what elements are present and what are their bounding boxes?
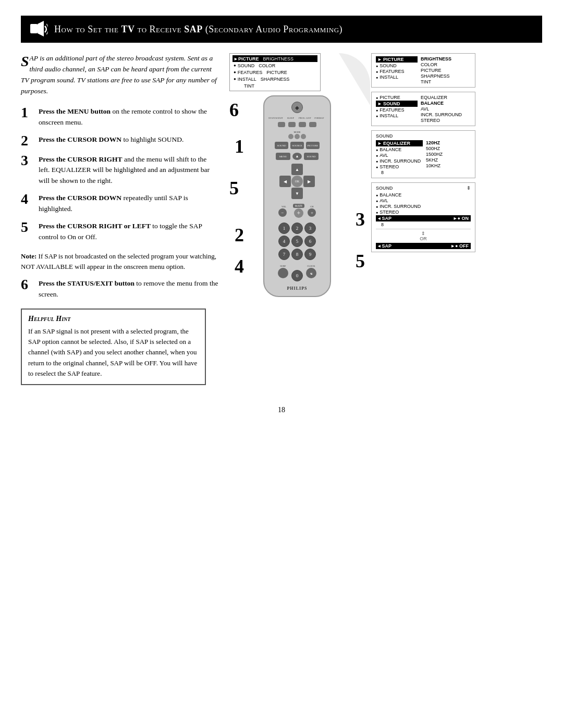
panel1-sharpness: SHARPNESS — [421, 73, 462, 79]
page-title: How to Set the TV to Receive SAP (Second… — [54, 24, 342, 35]
nav-cross: ▲ ◀ OK ▶ ▼ — [279, 164, 315, 199]
numpad: 1 2 3 4 5 6 7 8 9 — [278, 223, 316, 260]
panel-1: ►PICTURE ●SOUND ●FEATURES ●INSTALL BRIGH… — [371, 53, 475, 88]
power-button[interactable]: ◆ — [291, 102, 303, 113]
ok-button[interactable]: OK — [291, 176, 303, 187]
or-divider: ⇕OR — [376, 229, 471, 241]
main-content: SAP is an additional part of the stereo … — [21, 53, 542, 385]
spacer — [288, 208, 290, 217]
sleep-button[interactable] — [288, 122, 296, 127]
mode-group: MODE — [288, 131, 306, 139]
num-2-button[interactable]: 2 — [291, 223, 303, 234]
panel2-balance: BALANCE — [421, 101, 462, 106]
remote-control: ◆ STATUS/EXIT SLEEP PROG. LIST FORMAT — [263, 95, 331, 297]
step-1: 1 Press the MENU button on the remote co… — [21, 106, 219, 128]
clock-button[interactable]: ☯ — [306, 268, 316, 278]
vol-group: VOL − — [278, 205, 290, 217]
svg-marker-1 — [38, 21, 44, 36]
num-5-button[interactable]: 5 — [291, 236, 303, 247]
panel1-picture: PICTURE — [421, 68, 462, 73]
step-2-number: 2 — [21, 133, 33, 148]
panel2-sound-hl: ►SOUND — [376, 101, 418, 107]
num-6-button[interactable]: 6 — [304, 236, 316, 247]
up-button[interactable]: ▲ — [292, 153, 302, 160]
left-column: SAP is an additional part of the stereo … — [21, 53, 219, 385]
num-7-button[interactable]: 7 — [278, 249, 290, 260]
menu1-row-picture: ► PICTURE BRIGHTNESS — [232, 55, 317, 62]
surf-button[interactable] — [278, 268, 288, 278]
panel4-balance: ●BALANCE — [376, 192, 471, 198]
step-overlay-3: 3 — [356, 210, 365, 229]
step-1-number: 1 — [21, 105, 33, 120]
source-button[interactable]: SOURCE — [290, 142, 304, 149]
panel1-brightness: BRIGHTNESS — [421, 56, 462, 61]
panel-4: SOUND⇕ ●BALANCE ●AVL ●INCR. SURROUND ●ST… — [371, 182, 475, 252]
panel1-tint: TINT — [421, 79, 462, 84]
format-button[interactable] — [309, 122, 316, 127]
hint-body: If an SAP signal is not present with a s… — [28, 326, 199, 379]
bottom-buttons: SURF 0 CLOCK ☯ — [278, 265, 316, 281]
step-overlay-6: 6 — [229, 101, 239, 119]
panel4-8: 8 — [381, 222, 471, 227]
panel3-120hz: 120HZ — [426, 140, 457, 145]
panel3-balance: ●BALANCE — [376, 147, 423, 152]
panel4-stereo: ●STEREO — [376, 209, 471, 215]
num-1-button[interactable]: 1 — [278, 223, 290, 234]
picture-button[interactable]: PICTURE — [306, 142, 320, 149]
menu1-row-features: ●FEATURESPICTURE — [232, 69, 317, 76]
right-panels: ►PICTURE ●SOUND ●FEATURES ●INSTALL BRIGH… — [371, 53, 475, 252]
cursor-right-button[interactable]: ▶ — [303, 176, 315, 187]
panel4-sap-on-hl: ◂ SAP►● ON — [376, 215, 471, 221]
svg-rect-0 — [30, 24, 38, 33]
panel1-right: BRIGHTNESS COLOR PICTURE SHARPNESS TINT — [421, 56, 462, 84]
panel4-incr-surround: ●INCR. SURROUND — [376, 204, 471, 209]
num-8-button[interactable]: 8 — [291, 249, 303, 260]
step-3: 3 Press the CURSOR RIGHT and the menu wi… — [21, 154, 219, 187]
source-row: SOUND SOURCE PICTURE — [275, 142, 320, 149]
step-1-text: Press the MENU button on the remote cont… — [39, 106, 219, 128]
panel2-picture: ●PICTURE — [376, 95, 418, 100]
cursor-up-button[interactable]: ▲ — [291, 164, 303, 175]
num-9-button[interactable]: 9 — [304, 249, 316, 260]
menu1-row-install: ●INSTALLSHARPNESS — [232, 76, 317, 82]
panel2-features: ●FEATURES — [376, 107, 418, 113]
panel3-header: SOUND — [376, 133, 471, 139]
sound-btn2[interactable]: SOUND — [304, 153, 319, 160]
num-0-button[interactable]: 0 — [291, 270, 303, 281]
vol-down-button[interactable]: − — [278, 208, 287, 217]
note: Note: If SAP is not broadcasted on the s… — [21, 251, 219, 272]
helpful-hint-box: Helpful Hint If an SAP signal is not pre… — [21, 309, 206, 385]
step-4-number: 4 — [21, 192, 33, 206]
num-3-button[interactable]: 3 — [304, 223, 316, 234]
menu-row: MENU ▲ SOUND — [276, 153, 319, 160]
cursor-down-button[interactable]: ▼ — [291, 188, 303, 199]
sound-button[interactable]: SOUND — [275, 142, 288, 149]
step-4: 4 Press the CURSOR DOWN repeatedly until… — [21, 193, 219, 215]
cursor-left-button[interactable]: ◀ — [279, 176, 291, 187]
panel3-1500hz: 1500HZ — [426, 152, 457, 157]
panel1-sound: ●SOUND — [376, 63, 418, 68]
num-4-button[interactable]: 4 — [278, 236, 290, 247]
panel3-stereo: ●STEREO — [376, 164, 423, 169]
mute-button[interactable]: MATE — [293, 204, 305, 208]
panel3-right: 120HZ 500HZ 1500HZ 5KHZ 10KHZ — [426, 140, 457, 175]
panel3-incr-surround: ●INCR. SURROUND — [376, 158, 423, 164]
tv-button[interactable] — [295, 134, 300, 139]
step-2-text: Press the CURSOR DOWN to highlight SOUND… — [39, 134, 183, 145]
panel2-equalizer: EQUALIZER — [421, 95, 462, 100]
step-overlay-4: 4 — [235, 257, 244, 276]
plus-button[interactable]: + — [294, 208, 303, 218]
proglist-button[interactable] — [299, 122, 306, 127]
page-number: 18 — [21, 406, 542, 414]
menu1-arrow-icon: ► — [234, 56, 238, 61]
status-exit-button[interactable] — [278, 122, 285, 127]
step-overlay-1: 1 — [235, 137, 244, 156]
center-area: ► PICTURE BRIGHTNESS ●SOUNDCOLOR ●FEATUR… — [229, 53, 365, 297]
menu-button[interactable]: MENU — [276, 153, 290, 160]
aux-button[interactable] — [301, 134, 306, 139]
step-6: 6 Press the STATUS/EXIT button to remove… — [21, 278, 219, 300]
mute-mate-group: MATE + — [293, 204, 305, 218]
prog-button[interactable] — [288, 134, 293, 139]
ch-up-button[interactable]: + — [308, 208, 316, 217]
panel1-picture-hl: ►PICTURE — [376, 56, 418, 63]
